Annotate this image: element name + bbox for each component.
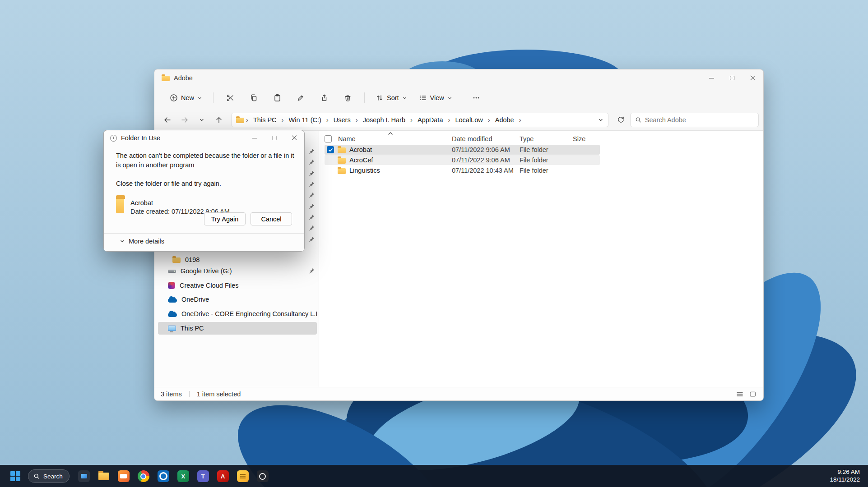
refresh-icon: [617, 116, 625, 124]
taskbar-icon-snipping-tool[interactable]: [74, 466, 94, 486]
sort-icon: [376, 94, 384, 102]
row-checkbox-checked[interactable]: [327, 146, 334, 153]
taskbar-icon-mail[interactable]: [114, 466, 134, 486]
try-again-button[interactable]: Try Again: [204, 212, 246, 225]
column-label: Name: [338, 135, 356, 142]
up-button[interactable]: [211, 113, 227, 127]
file-row-acrocef[interactable]: AcroCef 07/11/2022 9:06 AM File folder: [325, 155, 600, 165]
maximize-button[interactable]: [722, 69, 743, 87]
column-header-type[interactable]: Type: [520, 135, 573, 142]
details-view-toggle[interactable]: [735, 390, 744, 398]
copy-button[interactable]: [243, 90, 264, 106]
sidebar-item-onedrive-core[interactable]: OneDrive - CORE Engineering Consultancy …: [158, 308, 317, 320]
delete-button[interactable]: [337, 90, 358, 106]
minimize-icon: [252, 138, 257, 138]
drive-icon: [168, 270, 176, 273]
cancel-button[interactable]: Cancel: [251, 212, 292, 225]
breadcrumb-segment[interactable]: Win 11 (C:): [286, 115, 325, 125]
taskbar-icon-acrobat[interactable]: A: [213, 466, 233, 486]
select-all-checkbox[interactable]: [325, 135, 332, 142]
file-date: 07/11/2022 10:43 AM: [452, 167, 520, 174]
dialog-buttons: Try Again Cancel: [204, 212, 292, 225]
file-type: File folder: [520, 156, 573, 164]
sidebar-item-0198[interactable]: 0198: [158, 253, 317, 266]
dialog-message: The action can't be completed because th…: [116, 151, 295, 170]
close-icon: [292, 135, 297, 141]
sidebar-item-this-pc[interactable]: This PC: [158, 322, 317, 335]
breadcrumb-segment[interactable]: AppData: [414, 115, 446, 125]
rename-button[interactable]: [290, 90, 311, 106]
dialog-body: The action can't be completed because th…: [104, 146, 304, 215]
back-button[interactable]: [160, 113, 175, 127]
chrome-icon: [138, 470, 149, 482]
taskbar-search-button[interactable]: Search: [28, 469, 70, 483]
breadcrumb-segment[interactable]: Adobe: [492, 115, 517, 125]
breadcrumb-segment[interactable]: This PC: [250, 115, 280, 125]
paste-button[interactable]: [267, 90, 288, 106]
breadcrumb-segment[interactable]: LocalLow: [452, 115, 486, 125]
sort-button[interactable]: Sort: [371, 90, 412, 106]
taskbar-icon-teams[interactable]: T: [193, 466, 213, 486]
file-row-acrobat[interactable]: Acrobat 07/11/2022 9:06 AM File folder: [325, 145, 600, 155]
column-label: Type: [520, 135, 534, 142]
large-icons-view-toggle[interactable]: [748, 390, 757, 398]
taskbar-icon-excel[interactable]: X: [173, 466, 193, 486]
file-name: AcroCef: [349, 156, 373, 164]
dialog-close-button[interactable]: [284, 130, 304, 146]
dialog-titlebar[interactable]: Folder In Use: [104, 130, 304, 146]
cut-button[interactable]: [220, 90, 241, 106]
minimize-icon: [709, 78, 714, 78]
refresh-button[interactable]: [613, 113, 628, 127]
breadcrumb-chevron-icon: [281, 116, 285, 124]
file-date: 07/11/2022 9:06 AM: [452, 156, 520, 164]
share-button[interactable]: [314, 90, 334, 106]
dialog-title: Folder In Use: [121, 134, 160, 142]
more-options-button[interactable]: [466, 90, 487, 106]
view-icon: [419, 94, 427, 102]
more-details-expander[interactable]: More details: [120, 238, 164, 245]
start-button[interactable]: [5, 466, 25, 486]
creative-cloud-icon: [168, 282, 175, 289]
outlook-icon: [158, 470, 169, 482]
mail-icon: [118, 470, 130, 482]
taskbar-icon-chrome[interactable]: [134, 466, 153, 486]
forward-button[interactable]: [177, 113, 192, 127]
taskbar-clock[interactable]: 9:26 AM 18/11/2022: [830, 469, 863, 484]
breadcrumb-segment[interactable]: Users: [330, 115, 354, 125]
minimize-button[interactable]: [701, 69, 722, 87]
sidebar-item-label: OneDrive - CORE Engineering Consultancy …: [181, 310, 317, 317]
view-button[interactable]: View: [414, 90, 457, 106]
column-header-row: Name Date modified Type Size: [325, 131, 763, 144]
search-box[interactable]: [630, 113, 759, 127]
breadcrumb-chevron-icon: [447, 116, 451, 124]
dialog-maximize-button[interactable]: [265, 130, 284, 146]
breadcrumb[interactable]: This PC Win 11 (C:) Users Joseph I. Harb…: [231, 113, 608, 127]
file-row-linguistics[interactable]: Linguistics 07/11/2022 10:43 AM File fol…: [325, 165, 600, 175]
breadcrumb-chevron-icon: [355, 116, 359, 124]
column-header-name[interactable]: Name: [325, 135, 452, 142]
taskbar-icon-dark-app[interactable]: [253, 466, 273, 486]
dialog-minimize-button[interactable]: [245, 130, 265, 146]
taskbar-icon-outlook[interactable]: [153, 466, 173, 486]
close-button[interactable]: [743, 69, 763, 87]
pin-icon: [308, 148, 315, 155]
clipboard-icon: [273, 94, 281, 102]
breadcrumb-chevron-icon: [487, 116, 491, 124]
breadcrumb-segment[interactable]: Joseph I. Harb: [360, 115, 408, 125]
sidebar-item-onedrive[interactable]: OneDrive: [158, 293, 317, 306]
sidebar-item-creative-cloud-files[interactable]: Creative Cloud Files: [158, 279, 317, 292]
new-button[interactable]: New: [165, 90, 207, 106]
recent-locations-button[interactable]: [194, 113, 209, 127]
sidebar-item-label: This PC: [181, 325, 204, 332]
address-dropdown-button[interactable]: [596, 115, 605, 124]
onedrive-cloud-icon: [168, 299, 177, 303]
column-header-date-modified[interactable]: Date modified: [452, 135, 520, 142]
chevron-down-icon: [197, 96, 202, 101]
explorer-titlebar[interactable]: Adobe: [154, 69, 763, 87]
chevron-down-icon: [402, 96, 407, 101]
search-input[interactable]: [645, 116, 754, 124]
taskbar-icon-file-explorer[interactable]: [94, 466, 114, 486]
taskbar-icon-sticky-notes[interactable]: [233, 466, 253, 486]
column-header-size[interactable]: Size: [573, 135, 600, 142]
sidebar-item-google-drive[interactable]: Google Drive (G:): [158, 265, 317, 277]
